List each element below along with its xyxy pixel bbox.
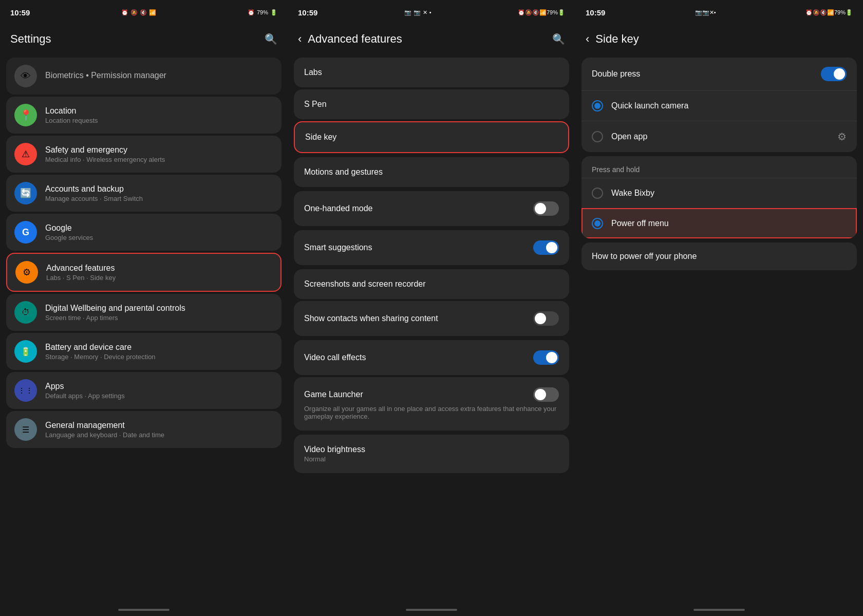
smartsugg-toggle[interactable] bbox=[533, 240, 559, 255]
double-press-toggle[interactable] bbox=[821, 67, 847, 81]
search-icon[interactable]: 🔍 bbox=[265, 33, 277, 45]
battery-subtitle: Storage · Memory · Device protection bbox=[45, 353, 273, 361]
top-bar-sidekey: ‹ Side key bbox=[575, 25, 863, 53]
power-off-menu-item[interactable]: Power off menu bbox=[581, 208, 857, 238]
menu-screenshots[interactable]: Screenshots and screen recorder bbox=[294, 269, 569, 299]
back-icon-sidekey[interactable]: ‹ bbox=[586, 32, 589, 46]
biometrics-icon: 👁 bbox=[14, 65, 37, 87]
press-hold-card: Press and hold Wake Bixby Power off menu bbox=[581, 156, 857, 238]
sidekey-label: Side key bbox=[305, 133, 558, 142]
apps-title: Apps bbox=[45, 382, 273, 391]
press-hold-header: Press and hold bbox=[581, 156, 857, 178]
settings-item-general[interactable]: ☰ General management Language and keyboa… bbox=[6, 411, 282, 448]
contacts-toggle[interactable] bbox=[533, 311, 559, 326]
search-icon-advanced[interactable]: 🔍 bbox=[552, 33, 565, 45]
menu-videocall[interactable]: Video call effects bbox=[294, 340, 569, 375]
settings-item-safety[interactable]: ⚠ Safety and emergency Medical info · Wi… bbox=[6, 136, 282, 173]
open-app-item[interactable]: Open app ⚙ bbox=[581, 121, 857, 152]
top-bar-settings: Settings 🔍 bbox=[0, 25, 288, 53]
wake-bixby-item[interactable]: Wake Bixby bbox=[581, 178, 857, 208]
gamelauncher-label: Game Launcher bbox=[304, 390, 533, 399]
menu-labs[interactable]: Labs bbox=[294, 58, 569, 87]
contacts-label: Show contacts when sharing content bbox=[304, 314, 533, 323]
general-subtitle: Language and keyboard · Date and time bbox=[45, 431, 273, 439]
settings-item-wellbeing[interactable]: ⏱ Digital Wellbeing and parental control… bbox=[6, 294, 282, 331]
quick-launch-camera-item[interactable]: Quick launch camera bbox=[581, 90, 857, 121]
settings-list: 👁 Biometrics • Permission manager 📍 Loca… bbox=[0, 53, 288, 604]
videobrightness-label: Video brightness bbox=[304, 445, 365, 454]
menu-videobrightness[interactable]: Video brightness Normal bbox=[294, 435, 569, 473]
double-press-header[interactable]: Double press bbox=[581, 58, 857, 90]
howto-card: How to power off your phone bbox=[581, 242, 857, 270]
accounts-subtitle: Manage accounts · Smart Switch bbox=[45, 195, 273, 202]
sidekey-page-title: Side key bbox=[595, 32, 853, 46]
battery-icon: 🔋 bbox=[14, 340, 37, 363]
power-off-radio[interactable] bbox=[592, 218, 603, 229]
apps-icon: ⋮⋮ bbox=[14, 379, 37, 402]
settings-item-biometrics[interactable]: 👁 Biometrics • Permission manager bbox=[6, 58, 282, 95]
settings-item-accounts[interactable]: 🔄 Accounts and backup Manage accounts · … bbox=[6, 175, 282, 212]
videocall-toggle[interactable] bbox=[533, 350, 559, 365]
status-time-2: 10:59 bbox=[298, 8, 317, 17]
gamelauncher-toggle[interactable] bbox=[533, 387, 559, 402]
panel-advanced-features: 10:59 📷 📷 ✕ • ⏰🔕🔇📶79%🔋 ‹ Advanced featur… bbox=[288, 0, 575, 616]
smartsugg-label: Smart suggestions bbox=[304, 243, 533, 252]
menu-spen[interactable]: S Pen bbox=[294, 89, 569, 119]
location-title: Location bbox=[45, 106, 273, 116]
google-title: Google bbox=[45, 223, 273, 233]
panel-side-key: 10:59 📷📷✕• ⏰🔕🔇📶79%🔋 ‹ Side key Double pr… bbox=[575, 0, 863, 616]
gamelauncher-subtitle: Organize all your games all in one place… bbox=[304, 405, 559, 420]
menu-gamelauncher[interactable]: Game Launcher Organize all your games al… bbox=[294, 377, 569, 431]
onehanded-toggle[interactable] bbox=[533, 201, 559, 216]
safety-subtitle: Medical info · Wireless emergency alerts bbox=[45, 156, 273, 163]
quick-launch-radio[interactable] bbox=[592, 100, 603, 111]
advanced-subtitle: Labs · S Pen · Side key bbox=[46, 274, 272, 282]
power-off-label: Power off menu bbox=[611, 219, 847, 228]
wake-bixby-radio[interactable] bbox=[592, 188, 603, 199]
home-indicator-3 bbox=[575, 604, 863, 616]
menu-onehanded[interactable]: One-handed mode bbox=[294, 191, 569, 226]
status-center-3: 📷📷✕• bbox=[695, 9, 716, 16]
menu-motions[interactable]: Motions and gestures bbox=[294, 157, 569, 187]
settings-item-advanced[interactable]: ⚙ Advanced features Labs · S Pen · Side … bbox=[6, 253, 282, 292]
general-icon: ☰ bbox=[14, 418, 37, 441]
menu-sidekey[interactable]: Side key bbox=[294, 121, 569, 153]
wellbeing-icon: ⏱ bbox=[14, 301, 37, 324]
menu-smartsugg[interactable]: Smart suggestions bbox=[294, 230, 569, 265]
open-app-gear-icon[interactable]: ⚙ bbox=[837, 130, 847, 143]
google-subtitle: Google services bbox=[45, 234, 273, 241]
settings-title: Settings bbox=[10, 32, 265, 46]
status-right-2: ⏰🔕🔇📶79%🔋 bbox=[518, 9, 565, 16]
settings-item-battery[interactable]: 🔋 Battery and device care Storage · Memo… bbox=[6, 333, 282, 370]
status-right-1: ⏰ 79%🔋 bbox=[248, 9, 277, 16]
advanced-features-title: Advanced features bbox=[308, 32, 552, 46]
status-bar-3: 10:59 📷📷✕• ⏰🔕🔇📶79%🔋 bbox=[575, 0, 863, 25]
settings-item-location[interactable]: 📍 Location Location requests bbox=[6, 97, 282, 134]
screenshots-label: Screenshots and screen recorder bbox=[304, 279, 559, 289]
top-bar-advanced: ‹ Advanced features 🔍 bbox=[288, 25, 575, 53]
howto-item[interactable]: How to power off your phone bbox=[581, 242, 857, 270]
spen-label: S Pen bbox=[304, 100, 559, 109]
battery-title: Battery and device care bbox=[45, 343, 273, 352]
press-hold-label: Press and hold bbox=[592, 165, 640, 174]
status-time-1: 10:59 bbox=[10, 8, 30, 17]
double-press-label: Double press bbox=[592, 69, 821, 79]
status-time-3: 10:59 bbox=[586, 8, 605, 17]
status-bar-1: 10:59 ⏰ 🔕 🔇 📶 ⏰ 79%🔋 bbox=[0, 0, 288, 25]
open-app-label: Open app bbox=[611, 132, 837, 141]
biometrics-title: Biometrics • Permission manager bbox=[45, 71, 273, 80]
advanced-features-list: Labs S Pen Side key Motions and gestures… bbox=[288, 53, 575, 604]
back-icon-advanced[interactable]: ‹ bbox=[298, 32, 302, 46]
settings-item-apps[interactable]: ⋮⋮ Apps Default apps · App settings bbox=[6, 372, 282, 409]
general-title: General management bbox=[45, 421, 273, 430]
home-indicator-2 bbox=[288, 604, 575, 616]
open-app-radio[interactable] bbox=[592, 131, 603, 142]
howto-label: How to power off your phone bbox=[592, 252, 697, 261]
accounts-icon: 🔄 bbox=[14, 182, 37, 204]
settings-item-google[interactable]: G Google Google services bbox=[6, 214, 282, 251]
menu-contacts[interactable]: Show contacts when sharing content bbox=[294, 301, 569, 336]
safety-title: Safety and emergency bbox=[45, 145, 273, 155]
wellbeing-title: Digital Wellbeing and parental controls bbox=[45, 304, 273, 313]
status-center-2: 📷 📷 ✕ • bbox=[404, 9, 431, 16]
location-subtitle: Location requests bbox=[45, 117, 273, 124]
